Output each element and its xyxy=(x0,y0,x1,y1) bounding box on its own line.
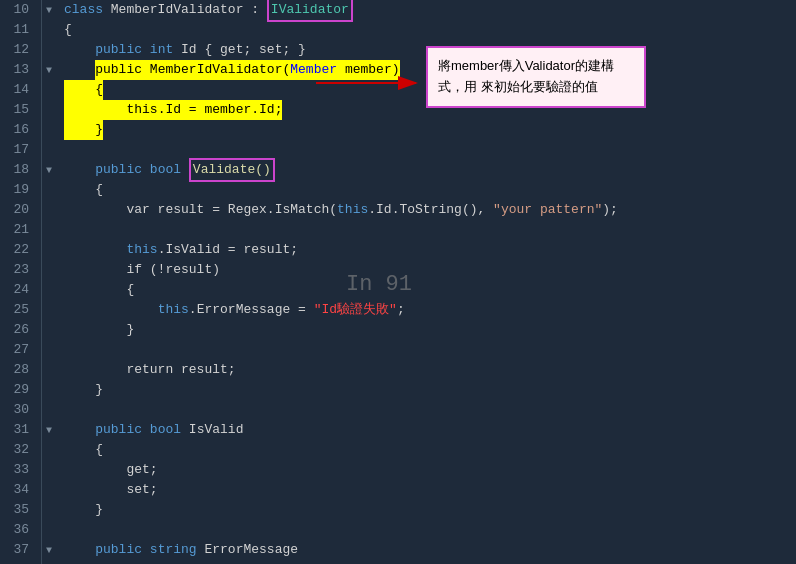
class-name: MemberIdValidator xyxy=(111,0,244,20)
code-line-26: } xyxy=(64,320,796,340)
line-num-32: 32 xyxy=(0,440,35,460)
line-num-27: 27 xyxy=(0,340,35,360)
code-line-38: { xyxy=(64,560,796,564)
fold-37[interactable]: ▼ xyxy=(42,540,56,560)
kw-public-12: public xyxy=(95,40,150,60)
annotation-arrow xyxy=(316,68,431,98)
fold-19 xyxy=(42,180,56,200)
code-line-17 xyxy=(64,140,796,160)
line-num-13: 13 xyxy=(0,60,35,80)
fold-32 xyxy=(42,440,56,460)
code-line-30 xyxy=(64,400,796,420)
fold-29 xyxy=(42,380,56,400)
fold-23 xyxy=(42,260,56,280)
fold-22 xyxy=(42,240,56,260)
fold-26 xyxy=(42,320,56,340)
fold-31[interactable]: ▼ xyxy=(42,420,56,440)
code-line-22: this.IsValid = result; xyxy=(64,240,796,260)
code-area: class MemberIdValidator : IValidator { p… xyxy=(56,0,796,564)
code-line-10: class MemberIdValidator : IValidator xyxy=(64,0,796,20)
code-line-16: } xyxy=(64,120,796,140)
fold-33 xyxy=(42,460,56,480)
code-line-27 xyxy=(64,340,796,360)
line-num-34: 34 xyxy=(0,480,35,500)
line-num-31: 31 xyxy=(0,420,35,440)
kw-public-31: public xyxy=(95,420,150,440)
line-num-23: 23 xyxy=(0,260,35,280)
validate-method: Validate() xyxy=(189,158,275,182)
kw-this-22: this xyxy=(126,240,157,260)
line-num-36: 36 xyxy=(0,520,35,540)
code-line-25: this.ErrorMessage = "Id驗證失敗"; xyxy=(64,300,796,320)
fold-20 xyxy=(42,200,56,220)
fold-36 xyxy=(42,520,56,540)
fold-13[interactable]: ▼ xyxy=(42,60,56,80)
code-line-32: { xyxy=(64,440,796,460)
fold-10[interactable]: ▼ xyxy=(42,0,56,20)
code-line-37: public string ErrorMessage xyxy=(64,540,796,560)
fold-21 xyxy=(42,220,56,240)
line-num-17: 17 xyxy=(0,140,35,160)
code-line-29: } xyxy=(64,380,796,400)
code-line-11: { xyxy=(64,20,796,40)
fold-28 xyxy=(42,360,56,380)
line-num-35: 35 xyxy=(0,500,35,520)
annotation-text: 將member傳入Validator的建構式，用 來初始化要驗證的值 xyxy=(438,58,614,94)
line-num-15: 15 xyxy=(0,100,35,120)
line-num-22: 22 xyxy=(0,240,35,260)
kw-public-13: public xyxy=(95,60,150,80)
line-num-30: 30 xyxy=(0,400,35,420)
fold-16 xyxy=(42,120,56,140)
fold-38 xyxy=(42,560,56,564)
line-num-29: 29 xyxy=(0,380,35,400)
line-num-37: 37 xyxy=(0,540,35,560)
fold-27 xyxy=(42,340,56,360)
line-numbers: 10 11 12 13 14 15 16 17 18 19 20 21 22 2… xyxy=(0,0,42,564)
fold-34 xyxy=(42,480,56,500)
fold-11 xyxy=(42,20,56,40)
line-num-38: 38 xyxy=(0,560,35,564)
kw-bool-18: bool xyxy=(150,160,189,180)
interface-name: IValidator xyxy=(267,0,353,22)
fold-gutter: ▼ ▼ ▼ ▼ ▼ xyxy=(42,0,56,564)
line-num-12: 12 xyxy=(0,40,35,60)
code-line-33: get; xyxy=(64,460,796,480)
line-num-33: 33 xyxy=(0,460,35,480)
line-num-11: 11 xyxy=(0,20,35,40)
fold-14 xyxy=(42,80,56,100)
code-line-35: } xyxy=(64,500,796,520)
str-pattern: "your pattern" xyxy=(493,200,602,220)
line-num-10: 10 xyxy=(0,0,35,20)
kw-public-18: public xyxy=(95,160,150,180)
line-num-18: 18 xyxy=(0,160,35,180)
kw-bool-31: bool xyxy=(150,420,189,440)
line-num-26: 26 xyxy=(0,320,35,340)
code-line-34: set; xyxy=(64,480,796,500)
fold-17 xyxy=(42,140,56,160)
fold-24 xyxy=(42,280,56,300)
kw-int: int xyxy=(150,40,173,60)
code-line-28: return result; xyxy=(64,360,796,380)
fold-30 xyxy=(42,400,56,420)
kw-this-25: this xyxy=(158,300,189,320)
str-error-msg: "Id驗證失敗" xyxy=(314,300,397,320)
code-line-19: { xyxy=(64,180,796,200)
line-num-24: 24 xyxy=(0,280,35,300)
kw-string-37: string xyxy=(150,540,205,560)
line-num-25: 25 xyxy=(0,300,35,320)
line-num-16: 16 xyxy=(0,120,35,140)
annotation-box: 將member傳入Validator的建構式，用 來初始化要驗證的值 xyxy=(426,46,646,108)
code-line-18: public bool Validate() xyxy=(64,160,796,180)
line-num-20: 20 xyxy=(0,200,35,220)
fold-12 xyxy=(42,40,56,60)
code-line-36 xyxy=(64,520,796,540)
code-line-24: { xyxy=(64,280,796,300)
line-num-14: 14 xyxy=(0,80,35,100)
kw-public-37: public xyxy=(95,540,150,560)
code-line-23: if (!result) xyxy=(64,260,796,280)
fold-25 xyxy=(42,300,56,320)
kw-this-20: this xyxy=(337,200,368,220)
fold-18[interactable]: ▼ xyxy=(42,160,56,180)
keyword-class: class xyxy=(64,0,111,20)
line-num-21: 21 xyxy=(0,220,35,240)
